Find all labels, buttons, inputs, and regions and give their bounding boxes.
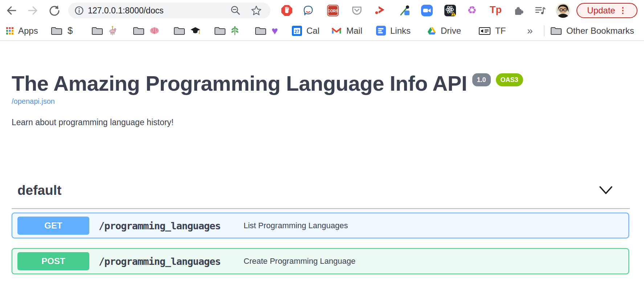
bookmark-links-label: Links: [390, 26, 411, 36]
bookmark-apps-label: Apps: [18, 26, 38, 36]
back-icon[interactable]: [5, 4, 18, 17]
page-title: The Amazing Programming Language Info AP…: [12, 71, 467, 96]
url-text[interactable]: 127.0.0.1:8000/docs: [88, 3, 163, 19]
profile-avatar[interactable]: [556, 3, 570, 18]
apps-grid-icon: [6, 27, 14, 35]
section-divider: [12, 208, 630, 209]
endpoint-row-post[interactable]: POST /programming_languages Create Progr…: [12, 248, 629, 274]
stop-hand-extension-icon[interactable]: [281, 5, 293, 16]
bookmark-links[interactable]: Links: [376, 21, 411, 40]
bookmark-apps[interactable]: Apps: [6, 21, 38, 40]
reload-icon[interactable]: [48, 4, 61, 17]
folder-icon: [91, 26, 103, 35]
bookmark-folder-carousel[interactable]: [91, 21, 117, 40]
zoom-video-extension-icon[interactable]: [421, 5, 433, 16]
oas3-badge: OAS3: [496, 73, 523, 86]
recycle-extension-icon[interactable]: ♻: [467, 5, 479, 17]
bookmark-folder-graduation[interactable]: [174, 21, 200, 40]
other-bookmarks-label: Other Bookmarks: [566, 26, 634, 36]
bookmark-calendar[interactable]: 27 Cal: [292, 21, 319, 40]
music-queue-icon[interactable]: [534, 5, 546, 16]
address-bar[interactable]: 127.0.0.1:8000/docs: [68, 3, 270, 19]
google-calendar-icon: 27: [292, 26, 302, 36]
cors-extension-icon[interactable]: CORS: [327, 5, 339, 16]
dollar-icon: $: [68, 25, 73, 36]
gmail-icon: [331, 26, 342, 35]
folder-icon: [174, 26, 185, 35]
bookmarks-divider-bar: [544, 21, 545, 40]
carousel-horse-icon: [108, 26, 117, 36]
bookmark-drive[interactable]: Drive: [427, 21, 461, 40]
extensions-puzzle-icon[interactable]: [513, 5, 525, 16]
folder-icon: [255, 26, 266, 35]
bookmark-mail[interactable]: Mail: [331, 21, 362, 40]
version-badge: 1.0: [472, 73, 491, 86]
toolbar-divider: [0, 40, 644, 41]
endpoint-path: /programming_languages: [99, 256, 221, 267]
bookmark-tf-label: TF: [495, 26, 506, 36]
bookmark-star-icon[interactable]: [250, 5, 262, 16]
openapi-spec-link[interactable]: /openapi.json: [12, 97, 55, 106]
zoom-out-icon[interactable]: [230, 5, 241, 16]
browser-toolbar: 127.0.0.1:8000/docs CORS: [0, 0, 644, 21]
bookmark-mail-label: Mail: [346, 26, 362, 36]
menu-dots-icon[interactable]: ⋮: [619, 7, 627, 15]
bookmark-cal-label: Cal: [306, 26, 319, 36]
post-method-button[interactable]: POST: [17, 252, 89, 270]
bookmark-folder-dollar[interactable]: $: [51, 21, 73, 40]
svg-text:27: 27: [294, 29, 299, 34]
bookmark-folder-heart[interactable]: ♥: [255, 21, 278, 40]
brain-icon: [150, 27, 159, 34]
red-arrow-extension-icon[interactable]: [374, 5, 386, 16]
section-title-default[interactable]: default: [17, 183, 61, 198]
pocket-extension-icon[interactable]: [351, 5, 363, 16]
graduation-cap-icon: [190, 26, 200, 35]
get-method-button[interactable]: GET: [17, 217, 89, 235]
react-devtools-extension-icon[interactable]: [444, 5, 456, 16]
bookmark-folder-brain[interactable]: [133, 21, 159, 40]
endpoint-path: /programming_languages: [99, 220, 221, 231]
endpoint-row-get[interactable]: GET /programming_languages List Programm…: [12, 213, 629, 238]
endpoint-summary: Create Programming Language: [244, 257, 355, 266]
herb-icon: [231, 26, 239, 36]
folder-icon: [550, 26, 562, 35]
api-title-row: The Amazing Programming Language Info AP…: [12, 71, 523, 96]
forward-icon[interactable]: [27, 4, 39, 17]
update-label: Update: [587, 5, 615, 16]
bookmarks-overflow-chevron[interactable]: »: [527, 21, 533, 40]
chevron-down-icon[interactable]: [599, 186, 613, 195]
other-bookmarks[interactable]: Other Bookmarks: [550, 21, 634, 40]
links-doc-icon: [376, 26, 386, 36]
tp-extension-icon[interactable]: Tp: [490, 4, 501, 16]
bookmark-tf[interactable]: TF: [478, 21, 506, 40]
site-info-icon[interactable]: [73, 5, 85, 16]
svg-text:CORS: CORS: [328, 9, 338, 13]
bookmarks-bar: Apps $: [0, 21, 644, 40]
tf-card-icon: [478, 26, 491, 36]
folder-icon: [133, 26, 144, 35]
api-description: Learn about programming language history…: [12, 118, 174, 127]
avatar-image: [556, 3, 570, 18]
chrome-update-button[interactable]: Update ⋮: [576, 3, 637, 18]
purple-heart-icon: ♥: [272, 25, 278, 36]
color-picker-extension-icon[interactable]: [399, 5, 411, 16]
endpoint-summary: List Programming Languages: [244, 221, 348, 230]
google-drive-icon: [427, 26, 436, 35]
folder-icon: [51, 26, 62, 35]
chat-bubble-extension-icon[interactable]: [302, 5, 314, 16]
folder-icon: [214, 26, 226, 35]
bookmark-drive-label: Drive: [441, 26, 461, 36]
bookmark-folder-herb[interactable]: [214, 21, 239, 40]
